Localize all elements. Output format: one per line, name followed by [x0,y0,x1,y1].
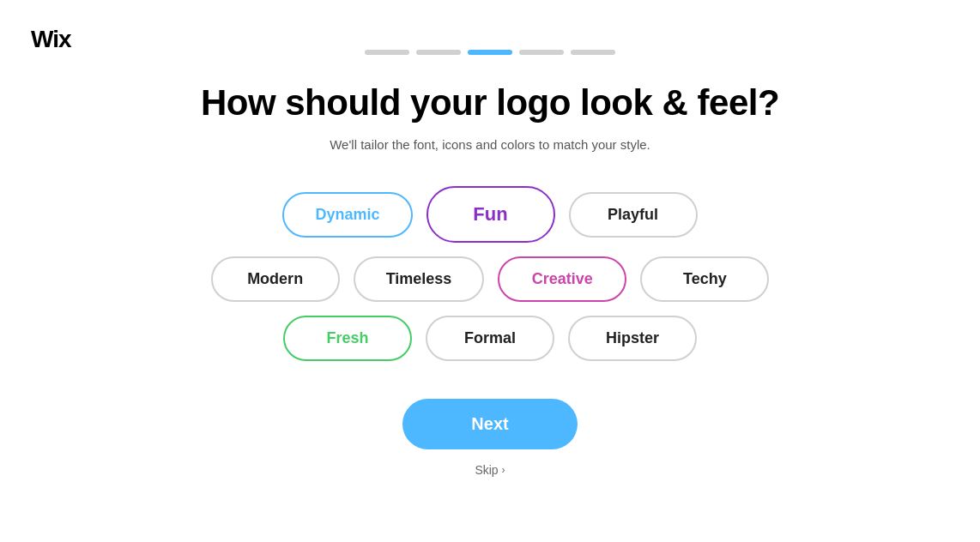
options-row-1: Dynamic Fun Playful [282,186,697,243]
option-creative[interactable]: Creative [498,256,626,302]
options-container: Dynamic Fun Playful Modern Timeless Crea… [211,186,770,361]
skip-link[interactable]: Skip › [475,463,505,477]
options-row-3: Fresh Formal Hipster [283,316,697,361]
option-timeless[interactable]: Timeless [354,256,485,302]
options-row-2: Modern Timeless Creative Techy [211,256,770,302]
next-button[interactable]: Next [402,399,577,449]
option-dynamic[interactable]: Dynamic [282,192,412,238]
page-subtitle: We'll tailor the font, icons and colors … [330,137,650,152]
skip-label: Skip [475,463,498,477]
option-techy[interactable]: Techy [640,256,769,302]
option-fresh[interactable]: Fresh [283,316,412,361]
option-modern[interactable]: Modern [211,256,340,302]
main-content: How should your logo look & feel? We'll … [0,0,980,542]
skip-chevron-icon: › [502,464,505,476]
option-fun[interactable]: Fun [426,186,555,243]
page-heading: How should your logo look & feel? [201,82,779,123]
option-hipster[interactable]: Hipster [568,316,697,361]
option-formal[interactable]: Formal [426,316,554,361]
option-playful[interactable]: Playful [569,192,698,238]
